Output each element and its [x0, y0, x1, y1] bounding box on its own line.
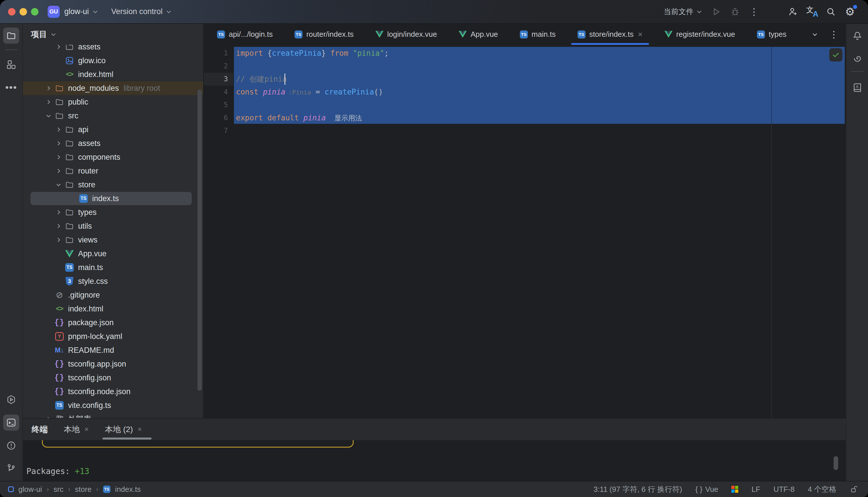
tree-row-index-ts-selected[interactable]: TS index.ts [23, 191, 203, 205]
breadcrumb-project[interactable]: glow-ui [18, 485, 42, 494]
breadcrumb-store[interactable]: store [75, 485, 91, 494]
tab-login-index-vue[interactable]: login/index.vue [365, 24, 448, 45]
hidden-tabs-chevron-icon[interactable] [811, 31, 818, 38]
more-tool-windows-button[interactable]: ••• [3, 79, 19, 95]
minimize-window-button[interactable] [19, 8, 27, 15]
chevron-right-icon[interactable] [45, 415, 52, 418]
tree-row-node-modules[interactable]: node_modules library root [23, 81, 203, 95]
chevron-right-icon[interactable] [55, 140, 62, 147]
more-actions-button[interactable]: ⋮ [745, 3, 764, 20]
chevron-right-icon[interactable] [55, 209, 62, 216]
tree-row-api[interactable]: api [23, 123, 203, 137]
tree-row-index-html-dist[interactable]: <> index.html [23, 68, 203, 81]
debug-button[interactable] [726, 3, 745, 20]
tab-main-ts[interactable]: TS main.ts [509, 24, 567, 45]
chevron-right-icon[interactable] [55, 45, 62, 51]
tree-row-style-css[interactable]: 3 style.css [23, 274, 203, 288]
project-tree: assets glow.ico <> index.html [23, 45, 203, 418]
breadcrumb-file[interactable]: index.ts [115, 485, 141, 494]
tree-row-assets-dist[interactable]: assets [23, 45, 203, 54]
terminal-output[interactable]: Packages: +13 [23, 440, 846, 481]
settings-button[interactable]: ⚙ [840, 3, 859, 20]
dictionary-button[interactable]: A [849, 80, 865, 96]
tree-row-tsconfig-node[interactable]: {} tsconfig.node.json [23, 385, 203, 398]
notifications-button[interactable] [849, 28, 865, 44]
chevron-right-icon[interactable] [55, 222, 62, 230]
tree-row-package-json[interactable]: {} package.json [23, 316, 203, 329]
chevron-right-icon[interactable] [45, 84, 52, 92]
usages-hint-inlay[interactable]: 显示用法 [334, 114, 362, 122]
chevron-right-icon[interactable] [55, 153, 62, 161]
terminal-panel-title[interactable]: 终端 [32, 424, 48, 435]
terminal-tab-local-1[interactable]: 本地 × [64, 418, 89, 440]
tree-row-assets-src[interactable]: assets [23, 137, 203, 150]
services-tool-button[interactable] [3, 392, 19, 408]
project-panel-header[interactable]: 项目 [23, 24, 203, 45]
tree-row-gitignore[interactable]: ⊘ .gitignore [23, 288, 203, 302]
inspection-status-widget[interactable] [829, 48, 842, 61]
terminal-scrollbar[interactable] [834, 456, 838, 470]
version-control-menu[interactable]: Version control [112, 7, 173, 16]
tab-types[interactable]: TS types [746, 24, 786, 45]
run-configuration-select[interactable]: 当前文件 [664, 6, 703, 17]
terminal-tool-button[interactable] [3, 414, 19, 431]
tree-row-index-html-root[interactable]: <> index.html [23, 302, 203, 316]
tree-row-glow-ico[interactable]: glow.ico [23, 54, 203, 68]
chevron-down-icon[interactable] [45, 112, 52, 119]
problems-tool-button[interactable] [3, 438, 19, 454]
close-tab-icon[interactable]: × [84, 425, 89, 434]
tree-row-components[interactable]: components [23, 150, 203, 164]
tab-api-login-ts[interactable]: TS api/.../login.ts [206, 24, 284, 45]
chevron-right-icon[interactable] [45, 98, 52, 106]
ai-assistant-button[interactable] [849, 50, 865, 66]
terminal-tab-local-2[interactable]: 本地 (2) × [105, 418, 142, 440]
tree-row-store[interactable]: store [23, 178, 203, 191]
tree-row-utils[interactable]: utils [23, 219, 203, 233]
tree-row-app-vue[interactable]: App.vue [23, 247, 203, 260]
terminal-output-line: Packages: +13 [26, 467, 89, 476]
tree-row-readme[interactable]: M↓ README.md [23, 343, 203, 357]
tree-row-router[interactable]: router [23, 164, 203, 178]
project-name-menu[interactable]: glow-ui [64, 7, 99, 16]
tree-row-tsconfig-app[interactable]: {} tsconfig.app.json [23, 357, 203, 371]
caret-position-widget[interactable]: 3:11 (97 字符, 6 行 换行符) [593, 484, 682, 494]
breadcrumb-src[interactable]: src [54, 485, 63, 494]
indent-widget[interactable]: 4 个空格 [808, 484, 836, 494]
tab-router-index-ts[interactable]: TS router/index.ts [284, 24, 365, 45]
microsoft-logo-icon[interactable] [731, 486, 738, 493]
structure-tool-button[interactable] [3, 57, 19, 73]
tree-row-pnpm-lock[interactable]: Y pnpm-lock.yaml [23, 329, 203, 343]
tree-row-external-libraries[interactable]: 外部库 [23, 412, 203, 418]
tab-options-icon[interactable]: ⋮ [829, 30, 838, 39]
tree-row-vite-config[interactable]: TS vite.config.ts [23, 398, 203, 412]
version-control-tool-button[interactable] [3, 460, 19, 476]
zoom-window-button[interactable] [31, 8, 39, 15]
search-everywhere-button[interactable] [822, 3, 840, 20]
close-tab-icon[interactable]: × [638, 30, 643, 39]
tab-register-index-vue[interactable]: register/index.vue [653, 24, 746, 45]
tree-row-tsconfig[interactable]: {} tsconfig.json [23, 371, 203, 385]
chevron-right-icon[interactable] [55, 126, 62, 133]
unlock-icon[interactable] [850, 485, 858, 494]
run-button[interactable] [707, 3, 726, 20]
tab-store-index-ts[interactable]: TS store/index.ts × [567, 24, 653, 45]
close-tab-icon[interactable]: × [137, 425, 142, 434]
tree-row-public[interactable]: public [23, 95, 203, 109]
chevron-down-icon[interactable] [55, 181, 62, 188]
code-with-me-button[interactable] [784, 3, 803, 20]
framework-widget[interactable]: { }Vue [695, 485, 718, 494]
code-editor[interactable]: 1 2 3 4 5 6 7 import {createPinia} from … [204, 45, 846, 418]
tab-app-vue[interactable]: App.vue [448, 24, 509, 45]
chevron-right-icon[interactable] [55, 167, 62, 175]
close-window-button[interactable] [8, 8, 15, 15]
tree-row-main-ts[interactable]: TS main.ts [23, 260, 203, 274]
line-ending-widget[interactable]: LF [751, 485, 760, 494]
chevron-right-icon[interactable] [55, 236, 62, 244]
tree-row-types[interactable]: types [23, 205, 203, 219]
translate-button[interactable]: 文A [803, 3, 822, 20]
project-tool-button[interactable] [3, 28, 19, 44]
project-tree-scrollbar[interactable] [197, 90, 202, 391]
tree-row-views[interactable]: views [23, 233, 203, 247]
tree-row-src[interactable]: src [23, 109, 203, 123]
encoding-widget[interactable]: UTF-8 [774, 485, 795, 494]
